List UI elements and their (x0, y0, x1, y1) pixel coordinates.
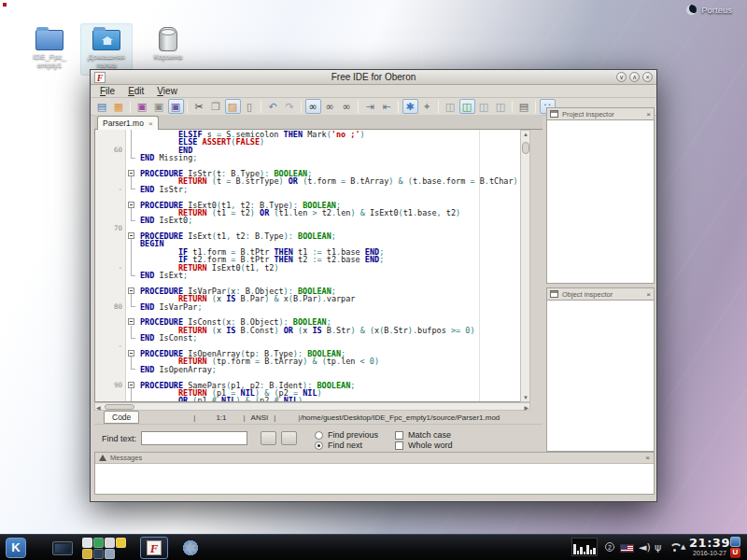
active-task-button[interactable]: F (140, 537, 168, 559)
cut-button[interactable]: ✂ (191, 99, 207, 114)
fold-guide (127, 161, 139, 169)
clock-launcher-icon[interactable] (93, 538, 104, 548)
print-button[interactable]: ▤ (516, 99, 532, 114)
redo-button[interactable]: ↷ (282, 99, 298, 114)
menu-edit[interactable]: Edit (121, 86, 150, 96)
fold-marker-icon[interactable] (127, 201, 139, 208)
tray-expand-icon[interactable]: ▲ (681, 543, 685, 551)
settings-launcher-icon[interactable] (181, 539, 200, 557)
scroll-up-icon[interactable]: ▲ (523, 131, 529, 138)
find-button[interactable]: ∞ (305, 99, 321, 114)
object-inspector-panel[interactable] (546, 301, 655, 452)
find-previous-button[interactable]: ∞ (339, 99, 355, 114)
desktop-icon-label: Корзина (135, 52, 201, 61)
fold-marker-icon[interactable] (127, 231, 139, 239)
run-button[interactable]: ◫ (493, 99, 509, 114)
free-pascal-icon: F (147, 540, 162, 555)
volume-icon[interactable]: ◄) (639, 541, 651, 553)
find-next-button[interactable]: ∞ (322, 99, 338, 114)
browser-launcher-icon[interactable] (116, 538, 126, 548)
vertical-scroll-thumb[interactable] (522, 142, 529, 154)
indent-button[interactable]: ⇥ (362, 99, 378, 114)
code-line (95, 310, 529, 317)
usb-icon[interactable]: ψ (655, 541, 661, 553)
fold-guide (127, 333, 139, 341)
unindent-button[interactable]: ⇤ (379, 99, 395, 114)
compile-button[interactable]: ◫ (443, 99, 458, 114)
compile-run-icon: ◫ (479, 102, 488, 112)
messages-close-icon[interactable]: × (645, 454, 650, 462)
menu-view[interactable]: View (150, 86, 184, 96)
open-folder-button[interactable]: ▦ (111, 99, 127, 114)
desktop-icon-trash[interactable] (159, 27, 177, 51)
fold-marker-icon[interactable] (127, 349, 139, 357)
project-inspector-panel[interactable] (546, 120, 655, 284)
vertical-scrollbar[interactable]: ▲ ▼ (520, 130, 530, 402)
save-button[interactable]: ▣ (134, 99, 150, 114)
find-previous-radio[interactable] (315, 431, 323, 440)
find-prev-button[interactable] (261, 431, 276, 445)
fold-guide (127, 388, 139, 396)
clock[interactable]: 21:39 (688, 536, 731, 550)
copy-button[interactable]: ❐ (208, 99, 224, 114)
delete-button[interactable]: ▯ (242, 99, 258, 114)
project-inspector-icon (550, 110, 558, 118)
tab-close-icon[interactable]: × (148, 119, 153, 128)
encoding-label: ANSI (251, 413, 269, 422)
editor-tab[interactable]: Parser1.mo × (97, 116, 159, 130)
menu-file[interactable]: File (93, 86, 121, 96)
whole-word-checkbox[interactable] (395, 441, 403, 450)
title-bar[interactable]: F Free IDE for Oberon ∨ ∧ × (91, 70, 656, 85)
cpu-monitor-graph[interactable] (571, 538, 598, 556)
find-next-button[interactable] (281, 431, 297, 445)
cd-burner-launcher-icon[interactable] (82, 549, 92, 559)
save-icon: ▣ (137, 102, 147, 112)
project-inspector-close-icon[interactable]: × (646, 110, 651, 119)
project-inspector-header[interactable]: Project inspector × (546, 107, 655, 120)
save-as-button[interactable]: ▣ (168, 99, 184, 114)
clipboard-tray-icon[interactable] (730, 537, 740, 547)
paste-button[interactable]: ▨ (225, 99, 241, 114)
fold-marker-icon[interactable] (127, 169, 139, 176)
desktop-pager-icon[interactable]: 2 (605, 542, 614, 552)
code-line: RETURN (tp.form = B.tArray) & (tp.len < … (95, 357, 529, 364)
code-view-button[interactable]: Code (104, 411, 139, 424)
desktop-icon-ide-fpc[interactable] (35, 30, 63, 50)
build-options-button[interactable]: ✦ (419, 99, 435, 114)
find-next-radio[interactable] (315, 441, 323, 450)
object-inspector-header[interactable]: Object inspector × (546, 287, 655, 301)
fold-guide (127, 247, 139, 255)
code-editor[interactable]: ELSIF s = S.semicolon THEN Mark('no ;') … (94, 130, 530, 402)
object-inspector-close-icon[interactable]: × (646, 290, 651, 299)
keyboard-layout-flag-icon[interactable] (620, 544, 634, 553)
save-all-button[interactable]: ▣ (151, 99, 167, 114)
fold-marker-icon[interactable] (127, 317, 139, 325)
horizontal-scrollbar[interactable]: ◀ ▶ (94, 402, 530, 411)
file-manager-launcher-icon[interactable] (82, 538, 92, 548)
desktop-icon-home[interactable] (92, 30, 120, 50)
match-case-checkbox[interactable] (395, 431, 403, 440)
scroll-down-icon[interactable]: ▼ (523, 394, 529, 401)
image-viewer-launcher-icon[interactable] (105, 549, 115, 559)
minimize-button[interactable]: ∨ (616, 72, 627, 82)
compile-run-button[interactable]: ◫ (476, 99, 492, 114)
horizontal-scroll-thumb[interactable] (105, 404, 134, 410)
new-file-button[interactable]: ▤ (94, 99, 110, 114)
wifi-icon[interactable] (669, 543, 680, 553)
date[interactable]: 2016-10-27 (686, 550, 733, 556)
fold-marker-icon[interactable] (127, 381, 139, 388)
fold-marker-icon[interactable] (127, 287, 139, 294)
undo-button[interactable]: ↶ (265, 99, 281, 114)
show-desktop-button[interactable] (52, 541, 73, 555)
web-globe-launcher-icon[interactable] (93, 549, 104, 559)
close-button[interactable]: × (642, 72, 653, 82)
maximize-button[interactable]: ∧ (629, 72, 640, 82)
graph-bar (586, 545, 589, 554)
updater-tray-icon[interactable]: U (730, 548, 740, 558)
messages-header[interactable]: Messages × (95, 453, 654, 464)
settings-button[interactable]: ✱ (402, 99, 418, 114)
find-input[interactable] (141, 431, 247, 445)
kde-menu-button[interactable]: K (6, 538, 26, 558)
calendar-launcher-icon[interactable] (105, 538, 115, 548)
build-run-button[interactable]: ◫ (459, 99, 475, 114)
